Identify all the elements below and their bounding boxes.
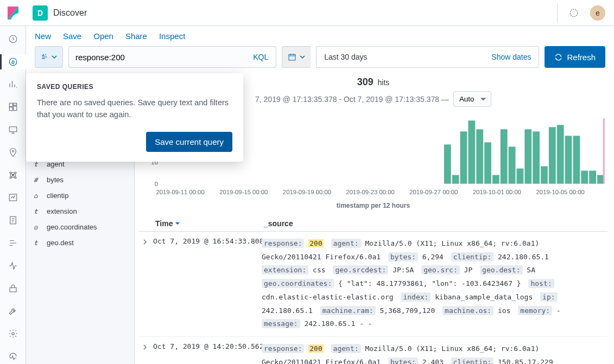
query-bar: KQL Last 30 days Show dates Refresh <box>26 46 614 73</box>
space-selector[interactable]: D <box>33 5 48 21</box>
field-geo.coordinates[interactable]: ◎geo.coordinates <box>26 219 134 235</box>
time-column-header[interactable]: Time <box>155 219 264 228</box>
svg-rect-29 <box>501 129 508 183</box>
svg-point-2 <box>9 58 17 66</box>
hits-label: hits <box>378 78 390 87</box>
svg-point-10 <box>15 172 16 174</box>
nav-canvas-icon[interactable] <box>0 122 26 137</box>
row-time: Oct 7, 2019 @ 16:54:33.808 <box>153 237 262 331</box>
nav-uptime-icon[interactable] <box>0 258 26 273</box>
svg-rect-27 <box>484 142 491 183</box>
top-menu-open[interactable]: Open <box>93 31 113 41</box>
field-label: geo.dest <box>47 239 74 247</box>
svg-rect-7 <box>9 127 17 132</box>
svg-rect-33 <box>533 131 540 183</box>
query-input[interactable] <box>69 47 245 67</box>
svg-rect-40 <box>589 171 596 184</box>
date-quick-toggle[interactable] <box>282 46 311 68</box>
chevron-down-icon <box>52 54 57 60</box>
field-clientip[interactable]: ⌂clientip <box>26 188 134 203</box>
sort-desc-icon <box>175 221 180 226</box>
svg-text:2019-09-23 00:00: 2019-09-23 00:00 <box>346 188 395 195</box>
svg-rect-16 <box>10 288 16 292</box>
top-menu: NewSaveOpenShareInspect <box>26 26 614 46</box>
svg-rect-38 <box>573 136 580 183</box>
interval-select[interactable]: Auto <box>453 91 491 107</box>
top-header: D Discover e <box>0 0 614 26</box>
nav-recent-icon[interactable] <box>0 31 26 47</box>
saved-queries-popover: SAVED QUERIES There are no saved queries… <box>26 73 243 162</box>
saved-query-toggle[interactable] <box>35 46 63 68</box>
date-range-display[interactable]: Last 30 days Show dates <box>316 46 539 68</box>
svg-rect-28 <box>492 175 499 184</box>
svg-rect-34 <box>541 167 548 184</box>
divider <box>557 3 558 23</box>
field-geo.dest[interactable]: tgeo.dest <box>26 235 134 251</box>
nav-maps-icon[interactable] <box>0 145 26 160</box>
field-extension[interactable]: textension <box>26 203 134 219</box>
field-label: geo.coordinates <box>47 223 97 231</box>
date-range-label: Last 30 days <box>324 53 367 61</box>
nav-devtools-icon[interactable] <box>0 304 26 319</box>
nav-dashboard-icon[interactable] <box>0 99 26 114</box>
svg-text:2019-10-05 00:00: 2019-10-05 00:00 <box>536 188 585 195</box>
svg-text:2019-10-01 00:00: 2019-10-01 00:00 <box>473 188 521 195</box>
refresh-button[interactable]: Refresh <box>545 46 605 68</box>
newsfeed-icon[interactable] <box>567 7 580 20</box>
hits-count: 309 <box>357 76 374 87</box>
expand-row-toggle[interactable] <box>142 237 153 331</box>
svg-point-12 <box>15 177 16 178</box>
nav-metrics-icon[interactable] <box>0 190 26 206</box>
refresh-icon <box>554 53 562 61</box>
svg-rect-31 <box>517 169 524 184</box>
row-source: response 200 agent Mozilla/5.0 (X11; Lin… <box>262 342 602 364</box>
top-menu-new[interactable]: New <box>35 31 51 41</box>
svg-text:2019-09-27 00:00: 2019-09-27 00:00 <box>409 188 458 195</box>
field-label: extension <box>47 207 77 215</box>
chart-xlabel: timestamp per 12 hours <box>139 202 607 209</box>
nav-apm-icon[interactable] <box>0 235 26 251</box>
table-row: Oct 7, 2019 @ 14:20:50.562response 200 a… <box>139 337 607 364</box>
svg-rect-23 <box>452 175 459 184</box>
row-source: response 200 agent Mozilla/5.0 (X11; Lin… <box>262 237 602 331</box>
field-type-icon: t <box>34 208 41 215</box>
kibana-logo[interactable] <box>0 0 26 26</box>
field-type-icon: t <box>34 239 41 247</box>
nav-logs-icon[interactable] <box>0 213 26 228</box>
field-bytes[interactable]: #bytes <box>26 172 134 188</box>
expand-row-toggle[interactable] <box>142 342 153 364</box>
query-input-wrap: KQL <box>68 46 276 68</box>
svg-rect-42 <box>603 118 605 183</box>
nav-ml-icon[interactable] <box>0 168 26 183</box>
kql-toggle[interactable]: KQL <box>245 53 276 61</box>
nav-visualize-icon[interactable] <box>0 77 26 92</box>
chevron-down-icon <box>300 54 305 60</box>
svg-rect-26 <box>476 129 483 183</box>
nav-siem-icon[interactable] <box>0 281 26 296</box>
svg-rect-30 <box>509 146 516 183</box>
show-dates-link[interactable]: Show dates <box>491 53 531 61</box>
source-column-header: _source <box>264 219 602 228</box>
nav-management-icon[interactable] <box>0 326 26 341</box>
doc-table-header: Time _source <box>139 216 607 232</box>
svg-point-0 <box>570 9 578 17</box>
top-menu-share[interactable]: Share <box>125 31 147 41</box>
nav-monitoring-icon[interactable] <box>0 349 26 364</box>
svg-rect-6 <box>9 107 12 111</box>
field-label: clientip <box>47 191 68 200</box>
svg-rect-22 <box>444 144 451 183</box>
field-type-icon: # <box>34 176 41 184</box>
svg-rect-36 <box>557 125 564 183</box>
svg-text:2019-09-11 00:00: 2019-09-11 00:00 <box>156 188 205 195</box>
field-type-icon: ◎ <box>34 223 41 231</box>
svg-point-17 <box>11 333 14 335</box>
user-avatar[interactable]: e <box>590 5 605 21</box>
svg-rect-32 <box>524 129 531 183</box>
svg-rect-4 <box>13 104 16 106</box>
top-menu-inspect[interactable]: Inspect <box>159 31 185 41</box>
nav-discover-icon[interactable] <box>0 54 26 69</box>
svg-rect-5 <box>13 106 16 111</box>
svg-rect-18 <box>289 54 295 60</box>
top-menu-save[interactable]: Save <box>63 31 81 41</box>
save-current-query-button[interactable]: Save current query <box>146 132 232 152</box>
